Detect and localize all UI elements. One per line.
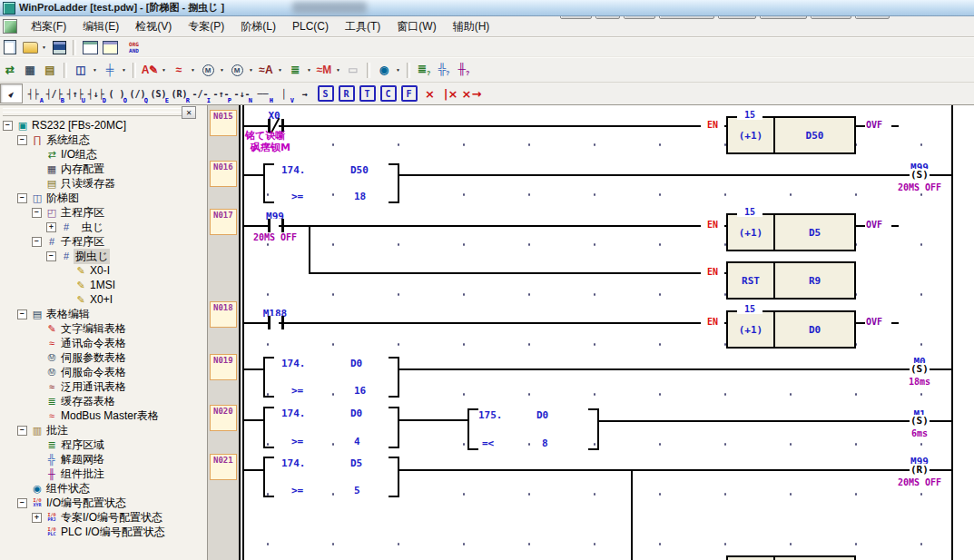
expander-collapse-icon[interactable]: − <box>46 251 56 261</box>
text-edit-dropdown[interactable]: ▼ <box>160 62 168 78</box>
contact-nc-tool[interactable]: ┤/├B <box>44 84 64 103</box>
register-table-button[interactable]: ≣ <box>286 62 304 78</box>
function-block-rst-r9[interactable]: RST R9 <box>726 261 856 300</box>
register-table-dropdown[interactable]: ▼ <box>305 62 313 78</box>
timer-instruction-tool[interactable]: T <box>357 84 378 103</box>
tree-item-table-edit[interactable]: −▤表格编辑 <box>0 307 207 321</box>
compare-block[interactable]: 174. D5 >= 5 <box>263 457 399 497</box>
tree-item-main-program[interactable]: −◰主程序区 <box>0 205 207 220</box>
tree-item-component-status[interactable]: ◉组件状态 <box>0 481 207 496</box>
delete-vertical-tool[interactable]: |× <box>440 84 461 103</box>
monitor-window-dropdown[interactable]: ▼ <box>394 62 402 78</box>
expander-collapse-icon[interactable]: − <box>17 135 27 145</box>
tree-item-system-config[interactable]: −∏系统组态 <box>0 133 207 147</box>
compare-block[interactable]: 174. D0 >= 4 <box>263 407 399 448</box>
tree-item-memory-config[interactable]: ▦内存配置 <box>0 162 207 176</box>
component-comment-button[interactable]: ╫? <box>455 62 473 78</box>
coil-tool[interactable]: ( )O <box>106 84 127 103</box>
program-area-comment-button[interactable]: ≣? <box>415 62 433 78</box>
contact-no-tool[interactable]: ┤├A <box>23 84 44 103</box>
servo-command-table-button[interactable]: M <box>228 62 246 78</box>
grab-handle[interactable] <box>3 112 183 116</box>
ladder-editor[interactable]: X0 铭て诀噺 砜瘔钡M EN (+1) D50 15 OVF 174. D50… <box>239 104 974 560</box>
tree-item-program-area-comment[interactable]: ≣程序区域 <box>0 437 207 452</box>
expander-collapse-icon[interactable]: − <box>32 237 42 247</box>
ladder-window-button[interactable]: ◫ <box>72 62 90 78</box>
arrow-tool[interactable]: → <box>294 84 315 103</box>
coil-set-tool[interactable]: (S)E <box>148 84 169 103</box>
network-label-n015[interactable]: N015 <box>210 110 237 136</box>
table-window-button[interactable] <box>101 39 119 55</box>
tree-item-component-comment[interactable]: ╫组件批注 <box>0 467 207 481</box>
tree-item-comm-command-table[interactable]: ≈通讯命令表格 <box>0 336 207 350</box>
set-coil[interactable]: (S) <box>910 415 930 427</box>
expander-collapse-icon[interactable]: − <box>17 193 27 203</box>
menu-ladder[interactable]: 阶梯(L) <box>232 17 284 36</box>
tree-item-modbus-master-table[interactable]: ≈ModBus Master表格 <box>0 408 207 423</box>
function-block-inc-d5[interactable]: (+1) D5 <box>726 213 856 251</box>
compare-block[interactable]: 174. D0 >= 16 <box>263 357 399 398</box>
expander-collapse-icon[interactable]: − <box>17 498 27 508</box>
modbus-master-table-button[interactable]: ≈M <box>315 62 333 78</box>
tree-item-comments[interactable]: −▥批注 <box>0 423 207 437</box>
monitor-window-button[interactable]: ◉ <box>375 62 393 78</box>
general-comm-dropdown[interactable]: ▼ <box>276 62 284 78</box>
step-instruction-tool[interactable]: S <box>315 84 336 103</box>
table-grid-button[interactable]: ╪ <box>101 62 119 78</box>
reset-coil[interactable]: (R) <box>910 464 930 476</box>
tree-item-general-comm-table[interactable]: ≈泛用通讯表格 <box>0 379 207 394</box>
tree-item-text-edit-table[interactable]: ✎文字编辑表格 <box>0 321 207 336</box>
tree-item-network-comment[interactable]: ╬解题网络 <box>0 452 207 467</box>
inverter-tool[interactable]: -/-I <box>190 84 211 103</box>
tree-item-servo-param-table[interactable]: Ⓜ伺服参数表格 <box>0 350 207 365</box>
tree-item-io-number-status[interactable]: −I/OXYRI/O编号配置状态 <box>0 496 207 510</box>
vertical-line-tool[interactable]: │V <box>273 84 294 103</box>
open-dropdown[interactable]: ▼ <box>40 39 48 55</box>
compare-block[interactable]: 174. D50 >= 18 <box>263 163 399 203</box>
comm-command-table-button[interactable]: ≈ <box>170 62 188 78</box>
tree-item-ladder-diagram[interactable]: −◫阶梯图 <box>0 191 207 205</box>
network-label-n020[interactable]: N020 <box>210 405 237 431</box>
tree-item-readonly-register[interactable]: ▤只读缓存器 <box>0 176 207 191</box>
coil-negated-tool[interactable]: (/)Q <box>127 84 148 103</box>
delete-row-tool[interactable]: ×→ <box>461 84 482 103</box>
tree-item-program[interactable]: +# 虫じ <box>0 220 207 234</box>
menu-window[interactable]: 窗口(W) <box>389 17 444 36</box>
org-and-button[interactable]: ORG AND <box>121 39 144 55</box>
menu-project[interactable]: 专案(P) <box>180 17 232 36</box>
function-instruction-tool[interactable]: F <box>398 84 419 103</box>
expander-collapse-icon[interactable]: − <box>32 208 42 218</box>
tree-item-rs232[interactable]: −▣RS232 [FBs-20MC] <box>0 118 207 133</box>
servo-command-dropdown[interactable]: ▼ <box>247 62 255 78</box>
network-label-n016[interactable]: N016 <box>210 161 237 187</box>
comm-command-dropdown[interactable]: ▼ <box>189 62 197 78</box>
tree-item-project-io-status[interactable]: +I/OPRJ专案I/O编号配置状态 <box>0 510 207 525</box>
expander-collapse-icon[interactable]: − <box>3 121 13 131</box>
tree-item-servo-command-table[interactable]: Ⓜ伺服命令表格 <box>0 365 207 379</box>
text-edit-table-button[interactable]: A✎ <box>141 62 159 78</box>
coil-reset-tool[interactable]: (R)R <box>169 84 190 103</box>
menu-help[interactable]: 辅助(H) <box>445 17 498 36</box>
expander-collapse-icon[interactable]: − <box>17 426 27 436</box>
set-coil[interactable]: (S) <box>910 363 930 375</box>
general-comm-table-button[interactable]: ≈A <box>257 62 275 78</box>
readonly-register-button[interactable]: ▤ <box>41 62 59 78</box>
menu-edit[interactable]: 编辑(E) <box>74 17 127 36</box>
network-label-n018[interactable]: N018 <box>210 301 237 328</box>
falling-pulse-tool[interactable]: -↓-N <box>231 84 252 103</box>
compare-block[interactable]: 175. D0 =< 8 <box>467 408 599 450</box>
expander-expand-icon[interactable]: + <box>46 222 56 232</box>
network-comment-button[interactable]: ╬? <box>435 62 453 78</box>
network-label-n017[interactable]: N017 <box>210 209 237 235</box>
menu-plc[interactable]: PLC(C) <box>284 18 337 34</box>
delete-element-tool[interactable]: × <box>419 84 440 103</box>
table-grid-dropdown[interactable]: ▼ <box>120 62 128 78</box>
tree-item-subprogram[interactable]: −#捌虫じ <box>0 249 207 263</box>
tree-item-x0-i[interactable]: ✎X0-I <box>0 263 207 278</box>
function-block-inc-d0[interactable]: (+1) D0 <box>726 310 856 349</box>
tree-item-subprogram-area[interactable]: −#子程序区 <box>0 234 207 249</box>
io-config-button[interactable]: ⇄ <box>1 62 19 78</box>
network-label-n021[interactable]: N021 <box>210 454 237 480</box>
select-tool[interactable]: ► <box>0 84 23 103</box>
open-button[interactable] <box>21 39 39 55</box>
